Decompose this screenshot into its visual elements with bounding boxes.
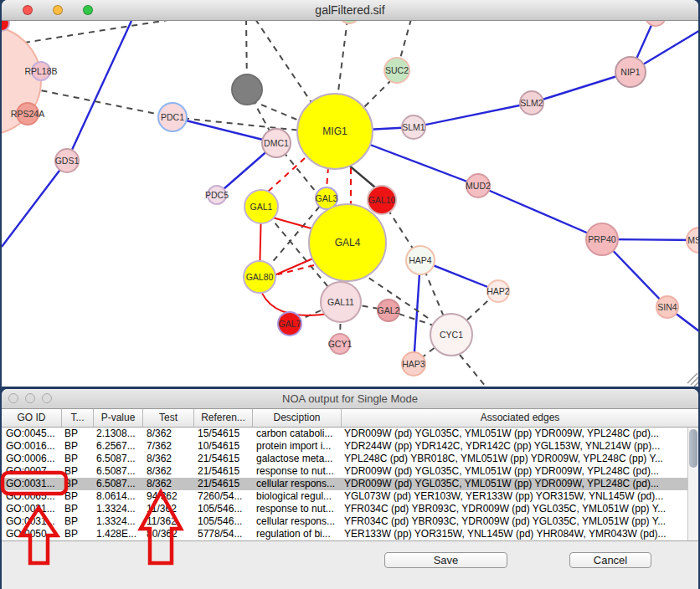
- network-graph: RPL18BRPS24APDC1GDS1SUC2NIP1SLM2SLM1MIG1…: [2, 21, 698, 387]
- cell-edges: YDR009W (pd) YGL035C, YML051W (pp) YDR00…: [342, 478, 687, 490]
- cell-type: BP: [62, 515, 94, 528]
- network-window-title: galFiltered.sif: [2, 3, 698, 17]
- node-label-HAP4: HAP4: [409, 255, 432, 265]
- cell-p: 6.5087...: [94, 465, 143, 478]
- cell-p: 1.3324...: [94, 503, 143, 515]
- cell-test: 8/362: [143, 453, 194, 465]
- node-label-PRP40: PRP40: [588, 234, 615, 244]
- noa-window-titlebar[interactable]: NOA output for Single Mode: [2, 389, 698, 409]
- table-row[interactable]: GO:0006...BP6.5087...8/36221/54615galact…: [2, 453, 687, 465]
- column-header-type[interactable]: T...: [62, 409, 94, 427]
- cell-desc: biological regul...: [253, 490, 342, 503]
- column-header-reference[interactable]: Referen...: [194, 409, 253, 427]
- table-row[interactable]: GO:0031...BP1.3324...11/362105/546...cel…: [2, 515, 687, 528]
- cell-go: GO:0031...: [2, 515, 62, 528]
- node-label-SIN4: SIN4: [657, 302, 677, 312]
- node-label-SLM1: SLM1: [402, 122, 425, 132]
- cell-desc: protein import i...: [253, 440, 342, 453]
- table-row[interactable]: GO:0016...BP6.2567...7/36210/54615protei…: [2, 440, 687, 453]
- cell-p: 8.0614...: [94, 490, 143, 503]
- node-label-GAL1: GAL1: [250, 202, 273, 212]
- cell-desc: response to nut...: [253, 465, 342, 478]
- cancel-button[interactable]: Cancel: [569, 552, 651, 568]
- cell-go: GO:0006...: [2, 453, 62, 465]
- table-row[interactable]: GO:0050...BP1.428E...80/3625778/54...reg…: [2, 528, 687, 540]
- cell-edges: YPL248C (pd) YBR018C, YML051W (pp) YDR00…: [342, 453, 687, 465]
- cell-edges: YDR244W (pp) YDR142C, YDR142C (pp) YGL15…: [342, 440, 687, 453]
- edge-blue: [478, 186, 602, 239]
- desktop: galFiltered.sif RPL18BRPS24APDC1GDS1SUC2…: [0, 0, 700, 589]
- noa-window: NOA output for Single Mode GO ID T... P-…: [2, 389, 698, 589]
- cell-desc: carbon cataboli...: [253, 428, 342, 440]
- edge-reddash: [268, 158, 305, 192]
- node-label-MUD2: MUD2: [466, 181, 491, 191]
- cell-test: 8/362: [143, 478, 194, 490]
- column-header-description[interactable]: Desciption: [253, 409, 342, 427]
- save-button[interactable]: Save: [384, 552, 507, 568]
- node-label-MIG1: MIG1: [322, 125, 347, 137]
- node-label-HAP3: HAP3: [402, 359, 425, 369]
- table-row[interactable]: GO:0031...BP1.3324...11/362105/546...res…: [2, 503, 687, 515]
- node-label-SLM2: SLM2: [520, 98, 543, 108]
- node-label-GAL2: GAL2: [378, 305, 400, 315]
- cell-test: 7/362: [143, 440, 194, 453]
- edge-reddash: [327, 167, 328, 188]
- column-header-pvalue[interactable]: P-value: [94, 409, 143, 427]
- cell-type: BP: [62, 490, 94, 503]
- node-gray-node[interactable]: [232, 74, 262, 105]
- edge-gray: [362, 79, 392, 110]
- table-row[interactable]: GO:0007...BP6.5087...8/36221/54615respon…: [2, 465, 687, 478]
- cell-type: BP: [62, 440, 94, 453]
- node-label-SUC2: SUC2: [385, 65, 409, 75]
- edge-grip: [687, 373, 697, 383]
- node-label-GCY1: GCY1: [328, 339, 353, 349]
- cell-desc: galactose meta...: [253, 453, 342, 465]
- scrollbar-thumb[interactable]: [689, 429, 697, 468]
- cell-test: 94/362: [143, 490, 194, 503]
- cell-p: 1.3324...: [94, 515, 143, 528]
- node-label-GAL11: GAL11: [327, 297, 354, 307]
- node-green-cut[interactable]: [339, 21, 359, 23]
- cell-go: GO:0065...: [2, 490, 62, 503]
- cell-go: GO:0031...: [2, 503, 62, 515]
- cell-desc: cellular respons...: [253, 478, 342, 490]
- cell-edges: YGL073W (pd) YER103W, YER133W (pp) YOR31…: [342, 490, 687, 503]
- node-label-DMC1: DMC1: [264, 138, 289, 148]
- cell-edges: YDR009W (pd) YGL035C, YML051W (pp) YDR00…: [342, 465, 687, 478]
- node-label-GAL80: GAL80: [246, 272, 274, 282]
- network-window: galFiltered.sif RPL18BRPS24APDC1GDS1SUC2…: [2, 0, 698, 387]
- vertical-scrollbar[interactable]: [687, 428, 698, 540]
- node-label-PDC5: PDC5: [205, 190, 229, 200]
- cell-p: 2.1308...: [94, 428, 143, 440]
- edge-gray: [13, 21, 173, 44]
- cell-desc: response to nut...: [253, 503, 342, 515]
- column-header-associated-edges[interactable]: Associated edges: [342, 409, 698, 427]
- column-header-go-id[interactable]: GO ID: [2, 409, 62, 427]
- cell-test: 80/362: [143, 528, 194, 540]
- cell-ref: 21/54615: [194, 453, 253, 465]
- table-bottom-divider: [2, 540, 698, 541]
- node-label-GDS1: GDS1: [55, 156, 80, 166]
- node-label-RPL18B: RPL18B: [24, 66, 57, 76]
- table-row-selected[interactable]: GO:0031...BP6.5087...8/36221/54615cellul…: [2, 478, 687, 490]
- node-label-GAL3: GAL3: [316, 193, 338, 203]
- cell-test: 11/362: [143, 503, 194, 515]
- cell-desc: cellular respons...: [253, 515, 342, 528]
- column-header-test[interactable]: Test: [143, 409, 194, 427]
- cell-test: 11/362: [143, 515, 194, 528]
- table-row[interactable]: GO:0045...BP2.1308...8/36215/54615carbon…: [2, 428, 687, 440]
- edge-blue: [414, 103, 532, 127]
- network-canvas[interactable]: RPL18BRPS24APDC1GDS1SUC2NIP1SLM2SLM1MIG1…: [2, 21, 698, 387]
- cell-go: GO:0050...: [2, 528, 62, 540]
- cell-go: GO:0045...: [2, 428, 62, 440]
- node-pink-cut[interactable]: [646, 21, 666, 26]
- cell-ref: 21/54615: [194, 465, 253, 478]
- node-label-GAL10: GAL10: [368, 195, 396, 205]
- cell-test: 8/362: [143, 428, 194, 440]
- table-row[interactable]: GO:0065...BP8.0614...94/3627260/54...bio…: [2, 490, 687, 503]
- network-window-titlebar[interactable]: galFiltered.sif: [2, 0, 698, 21]
- cell-type: BP: [62, 528, 94, 540]
- edge-blue: [2, 161, 67, 247]
- cell-desc: regulation of bi...: [253, 528, 342, 540]
- cell-ref: 5778/54...: [194, 528, 253, 540]
